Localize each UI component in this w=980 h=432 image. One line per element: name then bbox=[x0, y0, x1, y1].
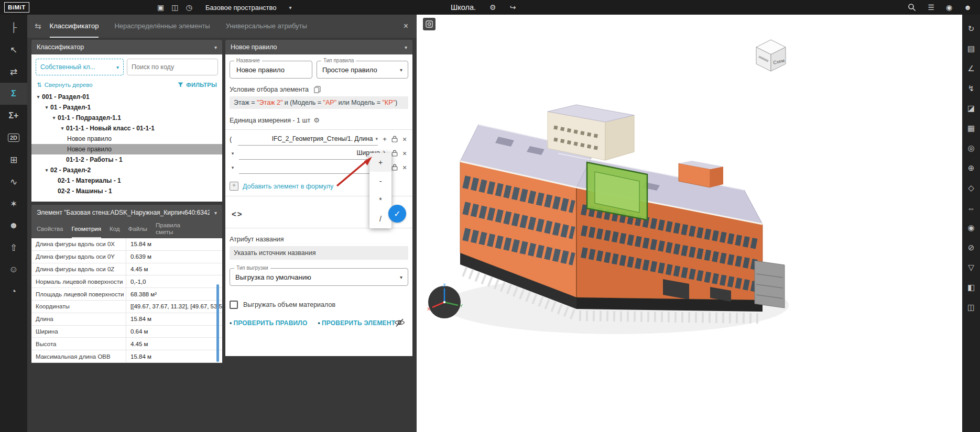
export-type-select[interactable]: Тип выгрузки Выгрузка по умолчанию ▾ bbox=[230, 268, 408, 286]
table-scrollbar[interactable] bbox=[216, 284, 219, 362]
charts-icon[interactable]: ∿ bbox=[0, 171, 27, 193]
tree-item[interactable]: 01-1-2 - Работы - 1 bbox=[31, 154, 222, 165]
lock-icon[interactable] bbox=[391, 164, 398, 171]
lock-icon[interactable] bbox=[391, 150, 398, 157]
tree-item[interactable]: Новое правило bbox=[31, 134, 222, 144]
copy-icon[interactable] bbox=[314, 86, 321, 93]
visibility-icon[interactable]: ◉ bbox=[962, 218, 980, 238]
export-icon[interactable]: ⇧ bbox=[0, 237, 27, 259]
viewport-3d[interactable]: Схем X Y Z bbox=[417, 15, 962, 432]
tree-expand-icon[interactable]: ▾ bbox=[50, 115, 58, 120]
hide-icon[interactable]: ⊘ bbox=[962, 238, 980, 258]
tree-expand-icon[interactable]: ▾ bbox=[35, 94, 42, 99]
confirm-button[interactable]: ✓ bbox=[388, 205, 406, 223]
plugins-icon[interactable]: ✶ bbox=[0, 193, 27, 215]
focus-icon[interactable]: ◎ bbox=[962, 138, 980, 158]
tab-geometry[interactable]: Геометрия bbox=[72, 220, 101, 238]
code-view-button[interactable]: <> bbox=[232, 209, 243, 218]
tab-estimate-rules[interactable]: Правила сметы bbox=[156, 220, 181, 238]
dashboard-icon[interactable]: ◔ bbox=[0, 281, 27, 303]
tree-item[interactable]: ▾01 - Раздел-1 bbox=[31, 102, 222, 113]
operator-minus[interactable]: - bbox=[369, 172, 391, 191]
tab-properties[interactable]: Свойства bbox=[37, 220, 63, 238]
tree-item[interactable]: ▾02 - Раздел-2 bbox=[31, 165, 222, 175]
projects-icon[interactable]: ▣ bbox=[157, 4, 164, 11]
measure-icon[interactable]: ∠ bbox=[962, 59, 980, 79]
tree-item-selected[interactable]: Новое правило bbox=[31, 144, 222, 154]
tab-code[interactable]: Код bbox=[110, 220, 120, 238]
remove-row-icon[interactable]: × bbox=[401, 135, 408, 143]
close-icon[interactable]: × bbox=[404, 15, 408, 38]
check-element-button[interactable]: •ПРОВЕРИТЬ ЭЛЕМЕНТ bbox=[318, 319, 395, 327]
filters-button[interactable]: ФИЛЬТРЫ bbox=[178, 82, 217, 88]
account-icon[interactable]: ◉ bbox=[946, 4, 952, 11]
tree-item[interactable]: 02-2 - Машины - 1 bbox=[31, 186, 222, 196]
tree-item[interactable]: 02-1 - Материалы - 1 bbox=[31, 175, 222, 186]
select-tool-icon[interactable]: ↖ bbox=[0, 39, 27, 61]
model-tree-icon[interactable]: ├ bbox=[0, 17, 27, 39]
remove-row-icon[interactable]: × bbox=[401, 149, 408, 158]
collapse-tree-link[interactable]: ⇅ Свернуть дерево bbox=[37, 81, 93, 88]
tab-files[interactable]: Файлы bbox=[128, 220, 148, 238]
chevron-down-icon[interactable]: ▾ bbox=[230, 151, 236, 156]
clash-icon[interactable]: ↯ bbox=[962, 79, 980, 98]
tree-item[interactable]: ▾01-1-1 - Новый класс - 01-1-1 bbox=[31, 123, 222, 134]
tree-expand-icon[interactable]: ▾ bbox=[43, 105, 50, 110]
screenshot-icon[interactable] bbox=[423, 18, 435, 30]
rule-section-header[interactable]: Новое правило ▾ bbox=[225, 40, 412, 54]
lock-icon[interactable] bbox=[391, 136, 398, 142]
formula-attribute-select[interactable]: Ширина bbox=[239, 147, 380, 160]
element-section-header[interactable]: Элемент "Базовая стена:ADSK_Наружная_Кир… bbox=[31, 205, 222, 220]
section-icon[interactable]: ◪ bbox=[962, 98, 980, 118]
tree-expand-icon[interactable]: ▾ bbox=[43, 168, 50, 173]
clip-box-icon[interactable]: ◫ bbox=[962, 297, 980, 317]
history-icon[interactable]: ◷ bbox=[186, 4, 192, 11]
operator-plus[interactable]: + bbox=[369, 153, 391, 172]
eye-off-icon[interactable] bbox=[394, 318, 405, 329]
gear-icon[interactable]: ⚙ bbox=[313, 116, 320, 124]
paint-icon[interactable]: ◧ bbox=[962, 278, 980, 297]
user-settings-icon[interactable]: ☻ bbox=[0, 215, 27, 237]
grid-icon[interactable]: ▦ bbox=[962, 118, 980, 138]
rule-name-input[interactable] bbox=[235, 65, 307, 74]
classifier-plus-icon[interactable]: Σ+ bbox=[0, 105, 27, 127]
classifier-section-header[interactable]: Классификатор ▾ bbox=[31, 40, 222, 54]
layers-icon[interactable]: ▤ bbox=[962, 39, 980, 59]
chevron-down-icon[interactable]: ▾ bbox=[230, 165, 236, 170]
operator-multiply[interactable]: * bbox=[369, 191, 391, 209]
users-icon[interactable]: ☺ bbox=[0, 259, 27, 281]
menu-icon[interactable]: ☰ bbox=[928, 4, 934, 11]
tab-classifier[interactable]: Классификатор bbox=[50, 15, 99, 38]
rotate-icon[interactable]: ↻ bbox=[962, 19, 980, 39]
classifier-icon[interactable]: Σ bbox=[0, 83, 27, 105]
formula-value-input[interactable]: 2 bbox=[239, 161, 388, 174]
remove-row-icon[interactable]: × bbox=[401, 163, 408, 172]
share-icon[interactable]: ↪ bbox=[510, 4, 516, 11]
operator-select[interactable]: + bbox=[381, 135, 388, 143]
export-materials-checkbox[interactable] bbox=[230, 301, 238, 309]
fit-view-icon[interactable]: ⇔ bbox=[962, 198, 980, 218]
add-element-icon[interactable]: ⊕ bbox=[962, 158, 980, 178]
tree-expand-icon[interactable]: ▾ bbox=[59, 126, 66, 131]
filter-icon[interactable]: ▽ bbox=[962, 258, 980, 278]
check-rule-button[interactable]: •ПРОВЕРИТЬ ПРАВИЛО bbox=[230, 319, 307, 327]
tree-item[interactable]: ▾01-1 - Подраздел-1.1 bbox=[31, 113, 222, 123]
name-source-field[interactable]: Указать источник названия bbox=[230, 246, 408, 260]
2d-view-icon[interactable]: 2D bbox=[0, 127, 27, 149]
tab-unassigned-elements[interactable]: Нераспределённые элементы bbox=[114, 15, 210, 38]
collapse-panel-icon[interactable]: ⇆ bbox=[35, 21, 41, 31]
search-icon[interactable] bbox=[908, 3, 916, 12]
axes-icon[interactable]: ◇ bbox=[962, 178, 980, 198]
rule-type-select[interactable]: Тип правила Простое правило ▾ bbox=[317, 61, 408, 79]
code-search-input[interactable] bbox=[127, 63, 217, 71]
gear-icon[interactable]: ⚙ bbox=[489, 4, 496, 11]
team-icon[interactable]: ◫ bbox=[171, 4, 178, 11]
structure-icon[interactable]: ⊞ bbox=[0, 149, 27, 171]
tree-item[interactable]: ▾001 - Раздел-01 bbox=[31, 92, 222, 102]
workspace-selector[interactable]: Базовое пространство ▾ bbox=[205, 0, 292, 15]
formula-attribute-select[interactable]: IFC_2_Геометрия_Стены/1. Длина ▾ bbox=[238, 132, 378, 146]
user-icon[interactable]: ☻ bbox=[964, 4, 972, 11]
connections-icon[interactable]: ⇄ bbox=[0, 61, 27, 83]
classifier-type-select[interactable]: Собственный кл... ▾ bbox=[36, 59, 124, 75]
tab-universal-attributes[interactable]: Универсальные атрибуты bbox=[226, 15, 307, 38]
